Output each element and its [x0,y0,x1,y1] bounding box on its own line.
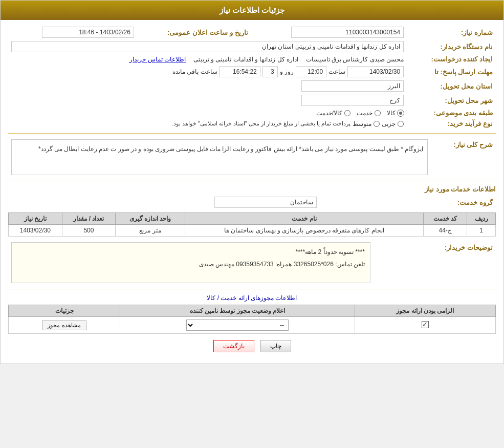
back-btn[interactable]: بازگشت [213,340,254,352]
col-unit: واحد اندازه گیری [116,213,185,225]
city-label: شهر محل تحویل: [407,93,496,108]
row-label: روز و [280,68,294,75]
buyer-notes-line1: **** تسویه حدوداً 2 ماهه**** [17,246,365,258]
category-option-khedmat[interactable]: خدمت [357,110,381,117]
number-value: 1103003143000154 [291,27,404,38]
category-option-kala-khedmat[interactable]: کالا/خدمت [316,110,350,117]
perm-col3: جزئیات [9,305,120,317]
category-radio-khedmat[interactable] [375,110,381,116]
buyer-notes-line2: تلفن تماس: 026*33265025 همراه: 093593547… [17,258,365,270]
perm-btn-cell: مشاهده مجوز [9,317,120,334]
date-value: 1403/02/26 - 18:46 [42,27,134,38]
perm-row: -- مشاهده مجوز [9,317,496,334]
page-header: جزئیات اطلاعات نیاز [1,1,503,20]
number-label: شماره نیاز: [407,25,496,39]
process-radio-jozii[interactable] [398,121,404,127]
buyer-label: نام دستگاه خریدار: [407,39,496,54]
deadline-suffix: ساعت باقی مانده [172,68,217,75]
col-qty: تعداد / مقدار [62,213,116,225]
description-label: شرح کلی نیاز: [431,138,496,177]
process-option-motovaset[interactable]: متوسط [353,120,380,127]
process-label-motovaset: متوسط [353,120,371,127]
buyer-notes-label: توضیحات خریدار: [374,241,496,285]
permissions-section: اطلاعات مجوزهای ارائه خدمت / کالا الزامی… [8,294,496,334]
deadline-time-remain: 16:54:22 [220,66,260,77]
deadline-time: 12:00 [296,66,326,77]
city-value: کرج [301,95,404,106]
category-label: طبقه بندی موضوعی: [407,108,496,118]
buyer-value: اداره کل زندانها و اقدامات تامینی و تربی… [11,41,404,52]
process-label-jozii: جزیی [382,120,396,127]
cell-date: 1403/02/30 [9,225,62,237]
province-label: استان محل تحویل: [407,79,496,93]
service-info-label: اطلاعات خدمات مورد نیاز [8,185,496,193]
perm-select[interactable]: -- [186,319,289,331]
col-name: نام خدمت [185,213,423,225]
col-date: تاریخ نیاز [9,213,62,225]
col-code: کد خدمت [424,213,467,225]
category-radio-kala[interactable] [398,110,404,116]
service-group-value: ساختمان [214,197,317,208]
province-value: البرز [301,80,404,92]
service-group-label: گروه خدمت: [320,195,496,209]
deadline-days: 3 [262,66,278,77]
deadline-date: 1403/02/30 [347,66,404,77]
perm-view-btn[interactable]: مشاهده مجوز [42,321,86,330]
category-radio-group: کالا خدمت کالا/خدمت [11,110,404,117]
category-label-kala: کالا [387,110,396,117]
category-radio-kala-khedmat[interactable] [344,110,350,116]
cell-name: انجام کارهای متفرقه درخصوص بازسازی و بهس… [185,225,423,237]
cell-code: ج-44 [424,225,467,237]
contact-link[interactable]: اطلاعات تماس خریدار [129,56,186,63]
category-option-kala[interactable]: کالا [387,110,404,117]
cell-unit: متر مربع [116,225,185,237]
process-note: پرداخت تمام یا بخشی از مبلغ خریدار از مح… [171,120,350,127]
perm-checkbox-cell [355,317,496,334]
creator-label: ایجاد کننده درخواست: [407,54,496,65]
process-option-jozii[interactable]: جزیی [382,120,404,127]
deadline-label: مهلت ارسال پاسخ: تا [407,65,496,79]
perm-checkbox[interactable] [422,321,429,328]
permissions-table: الزامی بودن ارائه مجوز اعلام وضعیت مجوز … [8,305,496,334]
action-buttons: چاپ بازگشت [8,340,496,352]
description-text: ایزوگام * طبق لیست پیوستی مورد نیاز می ب… [11,139,428,175]
creator-value: محسن صیدی کارشناس برق تاسیسات [306,56,404,63]
col-row: ردیف [467,213,496,225]
cell-row: 1 [467,225,496,237]
date-label: تاریخ و ساعت اعلان عمومی: [137,25,251,39]
cell-qty: 500 [62,225,116,237]
process-label: نوع فرآیند خرید: [407,118,496,129]
perm-select-cell: -- [120,317,355,334]
perm-col1: الزامی بودن ارائه مجوز [355,305,496,317]
category-label-khedmat: خدمت [357,110,372,117]
permissions-title: اطلاعات مجوزهای ارائه خدمت / کالا [8,294,496,302]
page-title: جزئیات اطلاعات نیاز [220,6,284,14]
print-btn[interactable]: چاپ [260,340,291,352]
category-label-kala-khedmat: کالا/خدمت [316,110,342,117]
services-table: ردیف کد خدمت نام خدمت واحد اندازه گیری ت… [8,212,496,237]
time-label: ساعت [328,68,345,75]
table-row: 1 ج-44 انجام کارهای متفرقه درخصوص بازساز… [9,225,496,237]
buyer-notes-box: **** تسویه حدوداً 2 ماهه**** تلفن تماس: … [11,242,370,283]
creator-org: اداره کل زندانها و اقدامات تامینی و تربی… [193,56,298,63]
perm-col2: اعلام وضعیت مجوز توسط نامین کننده [120,305,355,317]
process-radio-motovaset[interactable] [374,121,380,127]
